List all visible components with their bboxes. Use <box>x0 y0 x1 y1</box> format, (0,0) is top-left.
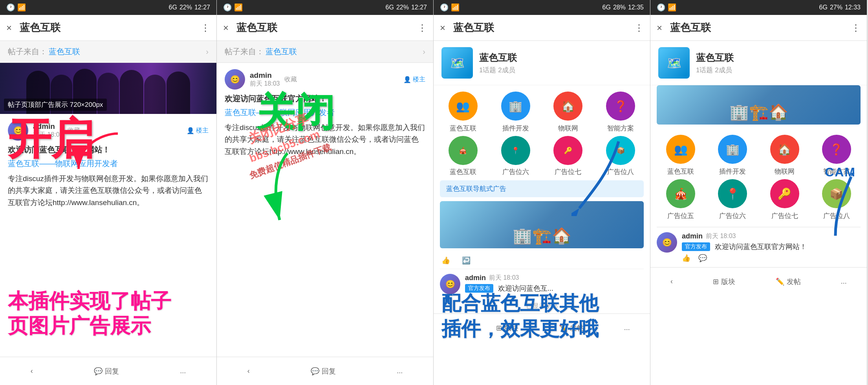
icon-circle-4-4: ❓ <box>822 135 851 164</box>
clock-icon-2: 🕐 <box>223 3 232 12</box>
post-from-2: 帖子来自： 蓝色互联 › <box>217 41 433 63</box>
clock-icon-4: 🕐 <box>657 3 665 12</box>
panel-3: 🕐 📶 6G 28% 12:35 × 蓝色互联 ⋮ 🗺️ 蓝色互联 1话题 2成… <box>434 0 650 385</box>
time-3: 12:35 <box>628 4 644 11</box>
post-avatar-4: 😊 <box>657 232 677 253</box>
community-stats-4: 1话题 2成员 <box>696 66 734 75</box>
icon-item-4-5[interactable]: 🎪 广告位五 <box>657 179 705 220</box>
icon-label-4-1: 蓝色互联 <box>667 167 694 176</box>
more-btn-2[interactable]: ... <box>397 367 403 375</box>
community-header-4: 🗺️ 蓝色互联 1话题 2成员 <box>650 41 867 85</box>
icon-label-lanse: 蓝色互联 <box>450 124 476 133</box>
community-stats-3: 1话题 2成员 <box>479 66 517 75</box>
reply-btn-2[interactable]: 💬 回复 <box>311 367 336 376</box>
icon-label-4-3: 物联网 <box>775 167 795 176</box>
status-left-2: 🕐 📶 <box>223 3 243 12</box>
ad-pos-circle-1: 🎪 <box>449 136 478 165</box>
blocks-btn-4[interactable]: ⊞ 版块 <box>713 277 735 286</box>
ad-pos-lanse[interactable]: 🎪 蓝色互联 <box>440 136 486 176</box>
more-button-1[interactable]: ⋮ <box>201 22 210 33</box>
battery-2: 22% <box>396 4 409 11</box>
icon-item-4-lanse[interactable]: 👥 蓝色互联 <box>657 135 705 176</box>
post-btn-4[interactable]: ✏️ 发帖 <box>776 277 801 286</box>
ad-pos-6[interactable]: 📍 广告位六 <box>493 136 539 176</box>
status-right-2: 6G 22% 12:27 <box>386 4 427 11</box>
battery-4: 27% <box>830 4 842 11</box>
post-user-3: admin <box>465 274 486 282</box>
icon-circle-4-6: 📍 <box>718 179 747 208</box>
more-button-2[interactable]: ⋮ <box>418 22 427 33</box>
building-image-4 <box>657 85 861 125</box>
status-right: 6G 22% 12:27 <box>169 4 210 11</box>
role-tag-1: 👤 楼主 <box>187 126 209 135</box>
time-text: 12:27 <box>194 4 210 11</box>
nav-bar-1: × 蓝色互联 ⋮ <box>0 15 216 41</box>
icon-label-zhineng: 智能方案 <box>607 124 634 133</box>
close-button-1[interactable]: × <box>6 22 12 33</box>
icon-circle-4-7: 🔑 <box>770 179 799 208</box>
blocks-icon-4: ⊞ <box>713 277 719 286</box>
person-icon: 👤 <box>187 127 194 134</box>
clock-icon-3: 🕐 <box>440 3 449 12</box>
community-header-3: 🗺️ 蓝色互联 1话题 2成员 <box>434 41 650 85</box>
panel-1: 🕐 📶 6G 22% 12:27 × 蓝色互联 ⋮ 帖子来自： 蓝色互联 › <box>0 0 217 385</box>
back-btn-2[interactable]: ‹ <box>247 367 250 375</box>
icon-item-4-wulian[interactable]: 🏠 物联网 <box>761 135 809 176</box>
back-btn-4[interactable]: ‹ <box>670 277 673 286</box>
post-from-content-2: 帖子来自： 蓝色互联 <box>225 46 297 57</box>
share-icon-3[interactable]: ↩️ <box>462 256 471 265</box>
icon-label-chajian: 插件开发 <box>502 124 529 133</box>
back-btn-1[interactable]: ‹ <box>31 367 33 375</box>
cam-label: CAM <box>825 165 856 180</box>
overlay-bottom-text-1: 本插件实现了帖子 页图片广告展示 <box>8 289 171 338</box>
post-from-text-2: 帖子来自： <box>225 47 264 56</box>
post-from-text: 帖子来自： <box>8 47 47 56</box>
icon-item-4-7[interactable]: 🔑 广告位七 <box>761 179 809 220</box>
blue-arrow-3 <box>571 138 634 218</box>
icon-item-wulian[interactable]: 🏠 物联网 <box>545 92 591 133</box>
like-icon-4[interactable]: 👍 <box>682 254 690 262</box>
icon-item-4-chajian[interactable]: 🏢 插件开发 <box>709 135 756 176</box>
more-btn-3[interactable]: ... <box>624 324 630 332</box>
post-time-3: 前天 18:03 <box>489 274 519 282</box>
collect-btn-2[interactable]: 收藏 <box>284 75 297 84</box>
ad-pos-circle-2: 📍 <box>501 136 530 165</box>
close-button-2[interactable]: × <box>223 22 229 33</box>
icon-item-chajian[interactable]: 🏢 插件开发 <box>493 92 539 133</box>
community-name-3: 蓝色互联 <box>479 51 517 64</box>
close-button-4[interactable]: × <box>657 22 662 33</box>
close-button-3[interactable]: × <box>440 22 445 33</box>
post-preview-4: 欢迎访问蓝色互联官方网站！ <box>715 242 807 251</box>
reply-icon-2: 💬 <box>311 367 319 376</box>
more-button-4[interactable]: ⋮ <box>851 22 861 33</box>
overlay-peihei-3: 配合蓝色互联其他 插件，效果更好哦 <box>441 291 599 342</box>
wifi-icon-3: 📶 <box>451 3 460 12</box>
icon-circle-4-1: 👥 <box>666 135 695 164</box>
status-right-3: 6G 28% 12:35 <box>602 4 644 11</box>
post-from-link-1[interactable]: 蓝色互联 <box>49 47 80 56</box>
comment-icon-4[interactable]: 💬 <box>698 254 707 262</box>
icon-item-lanse[interactable]: 👥 蓝色互联 <box>440 92 486 133</box>
wifi-icon-2: 📶 <box>234 3 243 12</box>
icon-circle-4-5: 🎪 <box>666 179 695 208</box>
more-button-3[interactable]: ⋮ <box>634 22 644 33</box>
icon-label-4-6: 广告位六 <box>719 211 746 220</box>
role-tag-2: 👤 楼主 <box>403 75 425 84</box>
nav-title-1: 蓝色互联 <box>20 21 201 35</box>
more-btn-1[interactable]: ... <box>180 367 186 375</box>
icon-item-zhineng[interactable]: ❓ 智能方案 <box>597 92 644 133</box>
icon-label-wulian: 物联网 <box>558 124 578 133</box>
reply-btn-1[interactable]: 💬 回复 <box>94 367 119 376</box>
status-left-icons: 🕐 📶 <box>6 3 26 12</box>
post-from-1: 帖子来自： 蓝色互联 › <box>0 41 216 63</box>
user-name-time-2: admin 前天 18:03 <box>250 71 280 88</box>
status-bar-4: 🕐 📶 6G 27% 12:33 <box>650 0 867 15</box>
like-icon-3[interactable]: 👍 <box>441 256 450 265</box>
post-from-link-2[interactable]: 蓝色互联 <box>266 47 297 56</box>
icon-item-4-6[interactable]: 📍 广告位六 <box>709 179 756 220</box>
post-user-4: admin <box>682 232 703 240</box>
post-from-arrow-1: › <box>206 47 209 56</box>
post-icon-4: ✏️ <box>776 277 784 286</box>
official-tag-4: 官方发布 <box>682 242 710 251</box>
more-btn-4[interactable]: ... <box>841 277 847 286</box>
